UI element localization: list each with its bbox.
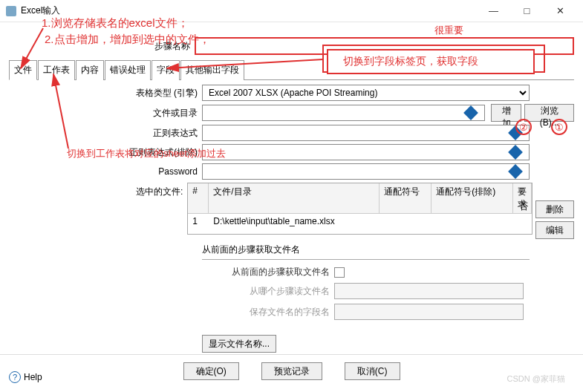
maximize-button[interactable]: □ <box>510 1 544 22</box>
tab-fields[interactable]: 字段 <box>152 60 180 80</box>
ok-button[interactable]: 确定(O) <box>183 362 239 380</box>
add-button[interactable]: 增加 <box>491 104 521 122</box>
tab-error[interactable]: 错误处理 <box>105 60 151 80</box>
show-filenames-button[interactable]: 显示文件名称... <box>202 335 276 353</box>
tab-file[interactable]: 文件 <box>9 60 37 80</box>
files-table[interactable]: # 文件/目录 通配符号 通配符号(排除) 要求 1 D:\kettle\inp… <box>187 183 532 235</box>
minimize-button[interactable]: — <box>477 1 510 22</box>
col-path: 文件/目录 <box>209 183 380 213</box>
step-name-label: 步骤名称 <box>9 40 195 53</box>
engine-select[interactable]: Excel 2007 XLSX (Apache POI Streaming) <box>202 85 530 101</box>
file-label: 文件或目录 <box>9 107 202 120</box>
col-num: # <box>188 183 209 213</box>
col-wildcard: 通配符号 <box>380 183 431 213</box>
engine-label: 表格类型 (引擎) <box>9 87 202 99</box>
from-prev-checkbox[interactable] <box>334 267 345 278</box>
regex-input[interactable] <box>202 125 530 141</box>
regex-excl-label: 正则表达式(排除) <box>9 146 202 159</box>
col-wildcard-excl: 通配符号(排除) <box>431 183 513 213</box>
prev-step-fieldset: 从前面的步骤获取文件名 从哪个步骤读文件名 保存文件名的字段名 <box>202 259 530 330</box>
from-step-input[interactable] <box>334 283 524 299</box>
file-input[interactable] <box>202 105 485 121</box>
password-label: Password <box>9 166 202 177</box>
save-field-label: 保存文件名的字段名 <box>208 306 334 318</box>
selected-files-label: 选中的文件: <box>9 183 187 198</box>
table-row[interactable]: 1 D:\kettle\input\table_name.xlsx <box>188 214 532 229</box>
fieldset-title: 从前面的步骤获取文件名 <box>202 244 574 256</box>
help-link[interactable]: ? Help <box>9 371 42 383</box>
regex-label: 正则表达式 <box>9 127 202 140</box>
window-title: Excel输入 <box>21 4 60 17</box>
overflow-cell: 否 <box>519 200 528 213</box>
tab-sheet[interactable]: 工作表 <box>38 60 75 80</box>
browse-button[interactable]: 浏览(B)... <box>524 104 574 122</box>
from-step-label: 从哪个步骤读文件名 <box>208 285 334 298</box>
cancel-button[interactable]: 取消(C) <box>345 362 400 380</box>
save-field-input[interactable] <box>334 304 524 320</box>
regex-excl-input[interactable] <box>202 144 530 160</box>
preview-button[interactable]: 预览记录 <box>261 362 322 380</box>
edit-button[interactable]: 编辑 <box>535 221 574 239</box>
password-input[interactable] <box>202 163 530 180</box>
tab-content[interactable]: 内容 <box>76 60 104 80</box>
watermark: CSDN @家菲猫 <box>507 373 565 385</box>
help-icon: ? <box>9 371 21 383</box>
close-button[interactable]: ✕ <box>544 1 577 22</box>
anno-callout: 切换到字段标签页，获取字段 <box>327 49 535 74</box>
from-prev-label: 从前面的步骤获取文件名 <box>208 266 334 278</box>
app-icon <box>6 6 16 16</box>
tab-other-output[interactable]: 其他输出字段 <box>180 60 244 80</box>
delete-button[interactable]: 删除 <box>535 200 574 218</box>
